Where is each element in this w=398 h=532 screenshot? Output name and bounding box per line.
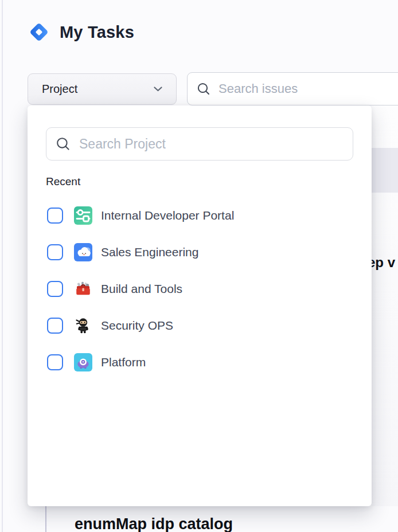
background-task-title: enumMap idp catalog	[75, 515, 233, 532]
project-checkbox[interactable]	[47, 318, 63, 334]
cloud-blue-icon	[74, 243, 92, 261]
project-checkbox[interactable]	[47, 354, 63, 370]
search-issues-input[interactable]	[218, 81, 396, 96]
project-row-internal-developer-portal[interactable]: Internal Developer Portal	[28, 197, 372, 234]
chevron-down-icon	[154, 87, 162, 92]
ninja-icon	[74, 316, 92, 335]
jira-logo-icon	[28, 21, 50, 44]
my-tasks-page: ep v enumMap idp catalog My Tasks Projec…	[0, 0, 398, 532]
project-checkbox[interactable]	[47, 208, 63, 224]
project-filter-dropdown: Recent Internal Develop	[28, 105, 372, 506]
search-issues-field[interactable]	[187, 72, 398, 105]
project-checkbox[interactable]	[47, 281, 63, 297]
project-name: Build and Tools	[101, 282, 182, 296]
search-icon	[56, 136, 71, 152]
project-filter-label: Project	[42, 83, 77, 96]
project-name: Security OPS	[101, 319, 173, 332]
sliders-teal-icon	[74, 206, 92, 225]
search-project-field[interactable]	[46, 127, 353, 161]
alien-cyan-icon	[74, 353, 92, 371]
project-checkbox[interactable]	[47, 244, 63, 260]
project-list: Internal Developer Portal	[28, 197, 372, 381]
project-row-build-and-tools[interactable]: Build and Tools	[28, 271, 372, 307]
recent-section-label: Recent	[46, 175, 80, 188]
background-section-header-bar	[372, 148, 398, 193]
background-partial-task-text: ep v	[368, 255, 395, 271]
page-header: My Tasks	[28, 20, 134, 44]
page-title: My Tasks	[60, 23, 134, 42]
search-icon	[197, 82, 211, 96]
page-left-border	[2, 0, 3, 532]
toolbox-red-icon	[74, 280, 92, 298]
project-filter-button[interactable]: Project	[28, 73, 177, 105]
search-project-input[interactable]	[79, 136, 344, 152]
project-name: Internal Developer Portal	[101, 209, 234, 222]
project-row-platform[interactable]: Platform	[28, 344, 372, 381]
project-row-sales-engineering[interactable]: Sales Engineering	[28, 234, 372, 271]
project-row-security-ops[interactable]: Security OPS	[28, 307, 372, 344]
project-name: Sales Engineering	[101, 245, 198, 259]
project-name: Platform	[101, 355, 146, 369]
